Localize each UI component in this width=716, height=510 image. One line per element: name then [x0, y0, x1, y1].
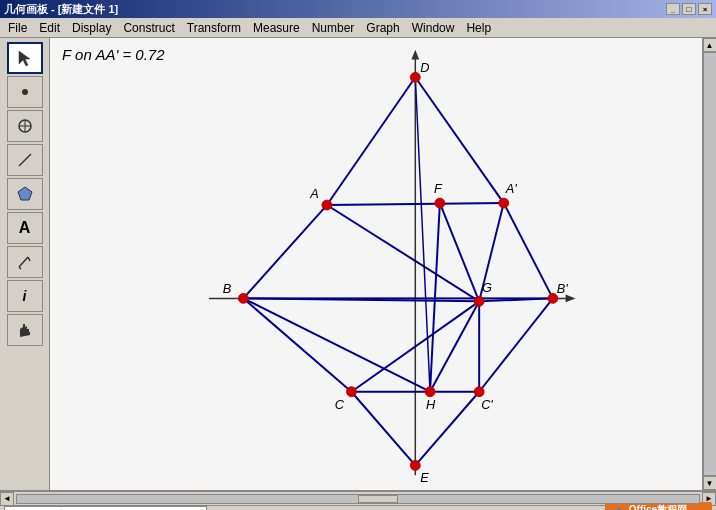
svg-point-46 — [474, 387, 484, 397]
watermark-text: 几何画板官网www.jihehuaban.com.cn — [4, 506, 207, 510]
svg-text:B: B — [223, 281, 232, 296]
menu-window[interactable]: Window — [406, 20, 461, 36]
bottom-left-area: 几何画板官网www.jihehuaban.com.cn — [4, 506, 207, 510]
svg-point-47 — [410, 461, 420, 471]
svg-line-16 — [327, 77, 415, 205]
title-text: 几何画板 - [新建文件 1] — [4, 2, 118, 17]
main-layout: A i F on AA' = 0.72 — [0, 38, 716, 490]
svg-marker-13 — [411, 50, 419, 60]
menu-transform[interactable]: Transform — [181, 20, 247, 36]
svg-point-40 — [499, 198, 509, 208]
maximize-button[interactable]: □ — [682, 3, 696, 15]
info-tool[interactable]: i — [7, 280, 43, 312]
menu-help[interactable]: Help — [460, 20, 497, 36]
svg-line-5 — [19, 154, 31, 166]
pointer-tool[interactable] — [7, 42, 43, 74]
svg-text:C': C' — [481, 397, 493, 412]
svg-marker-10 — [20, 324, 30, 337]
svg-point-41 — [238, 293, 248, 303]
svg-marker-0 — [19, 51, 30, 66]
title-bar: 几何画板 - [新建文件 1] _ □ × — [0, 0, 716, 18]
svg-line-34 — [440, 203, 479, 301]
svg-text:C: C — [335, 397, 345, 412]
svg-line-9 — [19, 267, 21, 269]
svg-text:E: E — [420, 470, 429, 485]
menu-measure[interactable]: Measure — [247, 20, 306, 36]
toolbar: A i — [0, 38, 50, 490]
svg-point-39 — [435, 198, 445, 208]
svg-text:G: G — [482, 280, 492, 295]
menu-file[interactable]: File — [2, 20, 33, 36]
horizontal-scrollbar[interactable]: ◄ ► — [0, 491, 716, 505]
svg-line-17 — [415, 77, 503, 203]
menu-bar: File Edit Display Construct Transform Me… — [0, 18, 716, 38]
office-brand: Office教程网 — [629, 504, 707, 510]
polygon-tool[interactable] — [7, 178, 43, 210]
svg-text:B': B' — [557, 281, 569, 296]
hscroll-track[interactable] — [16, 494, 700, 504]
scroll-up-button[interactable]: ▲ — [703, 38, 717, 52]
formula-display: F on AA' = 0.72 — [62, 46, 165, 63]
svg-text:D: D — [420, 60, 429, 75]
svg-point-1 — [22, 89, 28, 95]
svg-line-31 — [430, 301, 479, 391]
menu-number[interactable]: Number — [306, 20, 361, 36]
scroll-left-button[interactable]: ◄ — [0, 492, 14, 506]
svg-point-45 — [425, 387, 435, 397]
menu-construct[interactable]: Construct — [117, 20, 180, 36]
menu-graph[interactable]: Graph — [360, 20, 405, 36]
status-bar: 几何画板官网www.jihehuaban.com.cn 🔷 Office教程网 … — [0, 505, 716, 510]
title-bar-buttons: _ □ × — [666, 3, 712, 15]
menu-display[interactable]: Display — [66, 20, 117, 36]
vertical-scrollbar[interactable]: ▲ ▼ — [702, 38, 716, 490]
scroll-track[interactable] — [703, 52, 717, 476]
svg-line-8 — [28, 257, 30, 261]
close-button[interactable]: × — [698, 3, 712, 15]
svg-text:H: H — [426, 397, 436, 412]
line-tool[interactable] — [7, 144, 43, 176]
svg-point-44 — [347, 387, 357, 397]
custom-tool[interactable] — [7, 246, 43, 278]
point-tool[interactable] — [7, 76, 43, 108]
svg-point-42 — [474, 296, 484, 306]
scroll-down-button[interactable]: ▼ — [703, 476, 717, 490]
geometry-diagram: D A F A' B G B' C H C' E — [50, 38, 702, 490]
bottom-area: ◄ ► 几何画板官网www.jihehuaban.com.cn 🔷 Office… — [0, 490, 716, 510]
svg-line-15 — [243, 205, 327, 298]
svg-point-38 — [322, 200, 332, 210]
svg-line-27 — [327, 205, 479, 301]
svg-line-18 — [504, 203, 553, 298]
svg-point-37 — [410, 72, 420, 82]
svg-line-21 — [415, 392, 479, 466]
svg-marker-6 — [18, 187, 32, 200]
hand-tool[interactable] — [7, 314, 43, 346]
svg-text:A': A' — [505, 181, 518, 196]
svg-text:F: F — [434, 181, 443, 196]
compass-tool[interactable] — [7, 110, 43, 142]
svg-line-22 — [479, 298, 553, 391]
svg-line-20 — [351, 392, 415, 466]
hscroll-thumb[interactable] — [358, 495, 398, 503]
svg-line-7 — [19, 257, 28, 267]
svg-line-24 — [327, 203, 504, 205]
minimize-button[interactable]: _ — [666, 3, 680, 15]
text-tool[interactable]: A — [7, 212, 43, 244]
svg-text:A: A — [309, 186, 319, 201]
canvas-area[interactable]: F on AA' = 0.72 — [50, 38, 702, 490]
menu-edit[interactable]: Edit — [33, 20, 66, 36]
